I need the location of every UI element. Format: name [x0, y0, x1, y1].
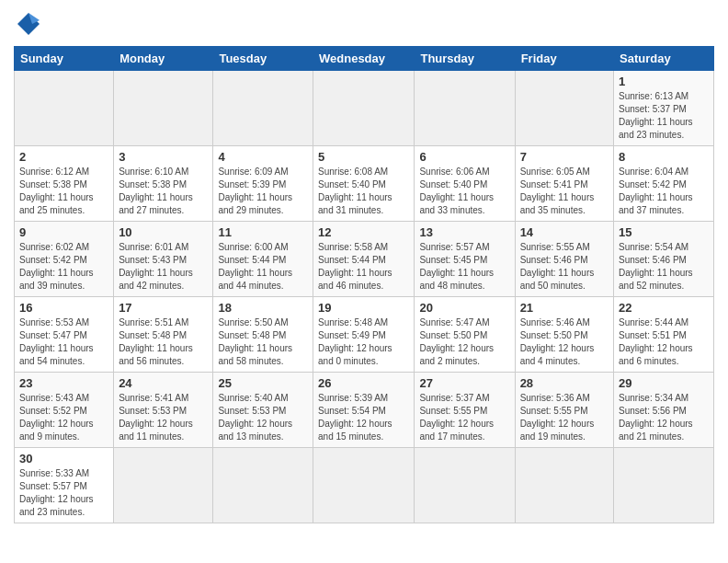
sunset-label: Sunset: 5:37 PM — [619, 104, 687, 114]
calendar-cell: 2 Sunrise: 6:12 AM Sunset: 5:38 PM Dayli… — [15, 146, 114, 222]
sunrise-label: Sunrise: 5:58 AM — [318, 242, 388, 252]
sunset-label: Sunset: 5:40 PM — [419, 179, 487, 190]
day-number: 2 — [19, 150, 108, 164]
calendar-cell: 11 Sunrise: 6:00 AM Sunset: 5:44 PM Dayl… — [213, 222, 313, 297]
calendar-cell: 26 Sunrise: 5:39 AM Sunset: 5:54 PM Dayl… — [313, 373, 415, 448]
col-friday: Friday — [515, 47, 613, 71]
calendar-week-row: 2 Sunrise: 6:12 AM Sunset: 5:38 PM Dayli… — [15, 146, 714, 222]
day-info: Sunrise: 6:13 AM Sunset: 5:37 PM Dayligh… — [619, 90, 709, 142]
day-number: 18 — [218, 301, 308, 315]
day-info: Sunrise: 5:44 AM Sunset: 5:51 PM Dayligh… — [619, 316, 709, 368]
sunset-label: Sunset: 5:49 PM — [318, 330, 386, 340]
col-thursday: Thursday — [415, 47, 515, 71]
daylight-label: Daylight: 11 hours and 52 minutes. — [619, 268, 693, 291]
day-info: Sunrise: 5:58 AM Sunset: 5:44 PM Dayligh… — [318, 241, 409, 293]
day-info: Sunrise: 5:47 AM Sunset: 5:50 PM Dayligh… — [419, 316, 509, 368]
day-number: 15 — [619, 225, 709, 239]
sunrise-label: Sunrise: 5:33 AM — [19, 468, 89, 478]
daylight-label: Daylight: 12 hours and 19 minutes. — [520, 419, 595, 442]
day-number: 19 — [318, 301, 409, 315]
day-info: Sunrise: 5:51 AM Sunset: 5:48 PM Dayligh… — [119, 316, 208, 368]
day-info: Sunrise: 5:46 AM Sunset: 5:50 PM Dayligh… — [520, 316, 609, 368]
day-number: 25 — [218, 376, 308, 390]
daylight-label: Daylight: 12 hours and 2 minutes. — [419, 343, 494, 366]
day-info: Sunrise: 5:55 AM Sunset: 5:46 PM Dayligh… — [520, 241, 609, 293]
sunrise-label: Sunrise: 5:46 AM — [520, 317, 590, 327]
day-number: 14 — [520, 225, 609, 239]
day-info: Sunrise: 6:02 AM Sunset: 5:42 PM Dayligh… — [19, 241, 108, 293]
sunrise-label: Sunrise: 5:48 AM — [318, 317, 388, 327]
sunrise-label: Sunrise: 5:39 AM — [318, 393, 388, 403]
calendar-cell: 24 Sunrise: 5:41 AM Sunset: 5:53 PM Dayl… — [114, 373, 213, 448]
calendar-cell: 10 Sunrise: 6:01 AM Sunset: 5:43 PM Dayl… — [114, 222, 213, 297]
day-info: Sunrise: 5:37 AM Sunset: 5:55 PM Dayligh… — [419, 392, 509, 443]
daylight-label: Daylight: 11 hours and 50 minutes. — [520, 268, 595, 291]
calendar-cell: 6 Sunrise: 6:06 AM Sunset: 5:40 PM Dayli… — [415, 146, 515, 222]
daylight-label: Daylight: 12 hours and 6 minutes. — [619, 343, 693, 366]
daylight-label: Daylight: 11 hours and 37 minutes. — [619, 192, 693, 215]
sunset-label: Sunset: 5:45 PM — [419, 255, 487, 265]
calendar-cell: 16 Sunrise: 5:53 AM Sunset: 5:47 PM Dayl… — [15, 297, 114, 373]
day-number: 4 — [218, 150, 308, 164]
page: Sunday Monday Tuesday Wednesday Thursday… — [0, 0, 728, 537]
day-number: 20 — [419, 301, 509, 315]
calendar-week-row: 1 Sunrise: 6:13 AM Sunset: 5:37 PM Dayli… — [15, 71, 714, 146]
calendar-cell — [15, 71, 114, 146]
calendar-cell: 22 Sunrise: 5:44 AM Sunset: 5:51 PM Dayl… — [614, 297, 714, 373]
day-info: Sunrise: 5:54 AM Sunset: 5:46 PM Dayligh… — [619, 241, 709, 293]
daylight-label: Daylight: 12 hours and 13 minutes. — [218, 419, 292, 442]
calendar-cell: 25 Sunrise: 5:40 AM Sunset: 5:53 PM Dayl… — [213, 373, 313, 448]
sunset-label: Sunset: 5:44 PM — [318, 255, 386, 265]
calendar-cell: 23 Sunrise: 5:43 AM Sunset: 5:52 PM Dayl… — [15, 373, 114, 448]
calendar-cell — [213, 71, 313, 146]
sunrise-label: Sunrise: 5:43 AM — [19, 393, 89, 403]
daylight-label: Daylight: 12 hours and 17 minutes. — [419, 419, 494, 442]
day-info: Sunrise: 6:10 AM Sunset: 5:38 PM Dayligh… — [119, 166, 208, 217]
daylight-label: Daylight: 12 hours and 0 minutes. — [318, 343, 392, 366]
calendar-cell: 13 Sunrise: 5:57 AM Sunset: 5:45 PM Dayl… — [415, 222, 515, 297]
sunset-label: Sunset: 5:56 PM — [619, 406, 687, 416]
daylight-label: Daylight: 11 hours and 27 minutes. — [119, 192, 193, 215]
sunrise-label: Sunrise: 5:41 AM — [119, 393, 188, 403]
day-number: 16 — [19, 301, 108, 315]
sunrise-label: Sunrise: 6:04 AM — [619, 167, 688, 177]
calendar-cell: 3 Sunrise: 6:10 AM Sunset: 5:38 PM Dayli… — [114, 146, 213, 222]
day-number: 7 — [520, 150, 609, 164]
calendar-cell: 5 Sunrise: 6:08 AM Sunset: 5:40 PM Dayli… — [313, 146, 415, 222]
daylight-label: Daylight: 11 hours and 46 minutes. — [318, 268, 392, 291]
daylight-label: Daylight: 11 hours and 54 minutes. — [19, 343, 94, 366]
sunrise-label: Sunrise: 6:09 AM — [218, 167, 288, 177]
day-number: 1 — [619, 75, 709, 88]
daylight-label: Daylight: 12 hours and 15 minutes. — [318, 419, 392, 442]
sunset-label: Sunset: 5:41 PM — [520, 179, 588, 190]
day-number: 17 — [119, 301, 208, 315]
day-number: 9 — [19, 225, 108, 239]
daylight-label: Daylight: 11 hours and 48 minutes. — [419, 268, 494, 291]
day-number: 22 — [619, 301, 709, 315]
calendar-cell: 19 Sunrise: 5:48 AM Sunset: 5:49 PM Dayl… — [313, 297, 415, 373]
day-info: Sunrise: 5:57 AM Sunset: 5:45 PM Dayligh… — [419, 241, 509, 293]
sunset-label: Sunset: 5:48 PM — [218, 330, 286, 340]
col-wednesday: Wednesday — [313, 47, 415, 71]
calendar-cell: 21 Sunrise: 5:46 AM Sunset: 5:50 PM Dayl… — [515, 297, 613, 373]
header — [14, 9, 714, 39]
sunset-label: Sunset: 5:54 PM — [318, 406, 386, 416]
sunset-label: Sunset: 5:47 PM — [19, 330, 87, 340]
day-info: Sunrise: 5:50 AM Sunset: 5:48 PM Dayligh… — [218, 316, 308, 368]
daylight-label: Daylight: 11 hours and 29 minutes. — [218, 192, 292, 215]
calendar-cell — [415, 71, 515, 146]
col-monday: Monday — [114, 47, 213, 71]
sunset-label: Sunset: 5:42 PM — [619, 179, 687, 190]
sunrise-label: Sunrise: 5:44 AM — [619, 317, 688, 327]
sunset-label: Sunset: 5:57 PM — [19, 481, 87, 491]
sunset-label: Sunset: 5:43 PM — [119, 255, 187, 265]
day-number: 3 — [119, 150, 208, 164]
calendar-cell: 4 Sunrise: 6:09 AM Sunset: 5:39 PM Dayli… — [213, 146, 313, 222]
calendar-cell: 20 Sunrise: 5:47 AM Sunset: 5:50 PM Dayl… — [415, 297, 515, 373]
calendar-cell: 9 Sunrise: 6:02 AM Sunset: 5:42 PM Dayli… — [15, 222, 114, 297]
calendar-cell: 29 Sunrise: 5:34 AM Sunset: 5:56 PM Dayl… — [614, 373, 714, 448]
sunset-label: Sunset: 5:50 PM — [520, 330, 588, 340]
sunset-label: Sunset: 5:38 PM — [19, 179, 87, 190]
calendar-cell: 14 Sunrise: 5:55 AM Sunset: 5:46 PM Dayl… — [515, 222, 613, 297]
sunset-label: Sunset: 5:46 PM — [619, 255, 687, 265]
